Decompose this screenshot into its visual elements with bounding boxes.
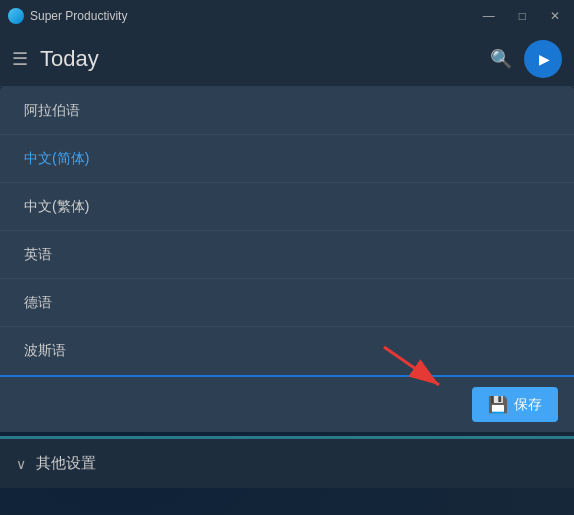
language-item-chinese-traditional[interactable]: 中文(繁体) xyxy=(0,183,574,231)
maximize-button[interactable]: □ xyxy=(513,7,532,25)
save-button-label: 保存 xyxy=(514,396,542,414)
language-label: 英语 xyxy=(24,246,52,264)
app-title: Super Productivity xyxy=(30,9,471,23)
language-item-english[interactable]: 英语 xyxy=(0,231,574,279)
language-label: 波斯语 xyxy=(24,342,66,360)
other-settings-label: 其他设置 xyxy=(36,454,96,473)
window-controls: — □ ✕ xyxy=(477,7,566,25)
save-icon: 💾 xyxy=(488,395,508,414)
play-button[interactable] xyxy=(524,40,562,78)
language-list: 阿拉伯语 中文(简体) 中文(繁体) 英语 德语 波斯语 xyxy=(0,87,574,375)
save-area: 💾 保存 xyxy=(0,375,574,432)
search-icon[interactable]: 🔍 xyxy=(490,48,512,70)
minimize-button[interactable]: — xyxy=(477,7,501,25)
language-label: 德语 xyxy=(24,294,52,312)
language-label: 中文(简体) xyxy=(24,150,89,168)
language-item-chinese-simplified[interactable]: 中文(简体) xyxy=(0,135,574,183)
language-label: 中文(繁体) xyxy=(24,198,89,216)
main-header: ☰ Today 🔍 xyxy=(0,31,574,87)
page-title: Today xyxy=(40,46,478,72)
title-bar: Super Productivity — □ ✕ xyxy=(0,0,574,31)
other-settings-section[interactable]: ∨ 其他设置 xyxy=(0,436,574,488)
save-button[interactable]: 💾 保存 xyxy=(472,387,558,422)
language-settings-panel: 阿拉伯语 中文(简体) 中文(繁体) 英语 德语 波斯语 xyxy=(0,87,574,432)
language-item-german[interactable]: 德语 xyxy=(0,279,574,327)
language-item-arabic[interactable]: 阿拉伯语 xyxy=(0,87,574,135)
hamburger-menu-icon[interactable]: ☰ xyxy=(12,48,28,70)
language-item-persian[interactable]: 波斯语 xyxy=(0,327,574,375)
app-icon xyxy=(8,8,24,24)
close-button[interactable]: ✕ xyxy=(544,7,566,25)
chevron-down-icon: ∨ xyxy=(16,456,26,472)
language-label: 阿拉伯语 xyxy=(24,102,80,120)
